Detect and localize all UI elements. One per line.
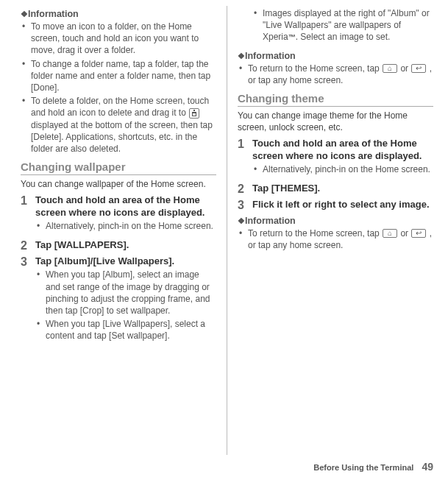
back-icon: ↩: [411, 229, 426, 238]
info-item-text: To return to the Home screen, tap: [248, 63, 382, 74]
trash-icon: [189, 108, 199, 119]
info-item-text: or: [398, 63, 410, 74]
step-number: 2: [238, 183, 252, 196]
divider-line: [21, 174, 216, 175]
continued-step: Images displayed at the right of "Album"…: [238, 6, 433, 48]
info-list: To return to the Home screen, tap ⌂ or ↩…: [238, 63, 433, 86]
info-list: To return to the Home screen, tap ⌂ or ↩…: [238, 227, 433, 251]
footer-page-number: 49: [422, 461, 433, 473]
step-bullet-text: When you tap [Live Wallpapers], select a…: [46, 319, 205, 341]
info-heading: ❖Information: [238, 216, 433, 226]
step-title: Flick it left or right to select any ima…: [252, 199, 433, 211]
right-column: Images displayed at the right of "Album"…: [229, 6, 433, 455]
step-title: Tap [Album]/[Live Wallpapers].: [35, 255, 216, 267]
step-number-spacer: [238, 6, 252, 48]
step-bullet: Alternatively, pinch-in on the Home scre…: [263, 163, 433, 175]
step-number: 1: [238, 138, 252, 180]
step-bullet-text: Alternatively, pinch-in on the Home scre…: [263, 164, 430, 174]
step-bullet-text: When you tap [Album], select an image an…: [46, 269, 210, 316]
step-bullet: When you tap [Album], select an image an…: [46, 269, 216, 317]
step-number: 1: [21, 194, 35, 236]
step: 2 Tap [WALLPAPERS].: [21, 239, 216, 252]
step-bullets: When you tap [Album], select an image an…: [35, 269, 216, 342]
left-column: ❖Information To move an icon to a folder…: [21, 6, 225, 455]
step-bullet: Alternatively, pinch-in on the Home scre…: [46, 220, 216, 232]
step-body: Tap [Album]/[Live Wallpapers]. When you …: [35, 255, 216, 346]
info-item: To move an icon to a folder, on the Home…: [31, 21, 216, 57]
step-bullets: Alternatively, pinch-in on the Home scre…: [35, 220, 216, 232]
info-item-text: To delete a folder, on the Home screen, …: [31, 96, 209, 118]
info-item: To return to the Home screen, tap ⌂ or ↩…: [248, 63, 433, 86]
info-item-text: To change a folder name, tap a folder, t…: [31, 59, 210, 93]
page-footer: Before Using the Terminal 49: [313, 461, 433, 473]
info-item-text: displayed at the bottom of the screen, t…: [31, 120, 213, 154]
info-heading-text: Information: [245, 216, 296, 226]
info-heading-text: Information: [28, 9, 79, 19]
step-bullet: Images displayed at the right of "Album"…: [263, 7, 433, 43]
footer-section-label: Before Using the Terminal: [313, 463, 413, 472]
section-heading: Changing wallpaper: [21, 160, 216, 173]
step-number: 3: [21, 255, 35, 346]
info-heading-text: Information: [245, 51, 296, 61]
step-body: Touch and hold an area of the Home scree…: [35, 194, 216, 236]
diamond-icon: ❖: [238, 52, 243, 60]
step-bullet-text: Alternatively, pinch-in on the Home scre…: [46, 221, 213, 231]
diamond-icon: ❖: [238, 216, 243, 225]
step-number: 3: [238, 199, 252, 212]
info-item-text: To return to the Home screen, tap: [248, 228, 382, 239]
step: 1 Touch and hold an area of the Home scr…: [21, 194, 216, 236]
diamond-icon: ❖: [21, 10, 26, 18]
step-title: Touch and hold an area of the Home scree…: [252, 138, 433, 162]
section-intro: You can change image theme for the Home …: [238, 110, 433, 133]
step-title: Tap [THEMES].: [252, 183, 433, 194]
step: 1 Touch and hold an area of the Home scr…: [238, 138, 433, 180]
section-heading: Changing theme: [238, 92, 433, 105]
info-item: To delete a folder, on the Home screen, …: [31, 95, 216, 155]
step-body: Images displayed at the right of "Album"…: [252, 6, 433, 48]
step-number: 2: [21, 239, 35, 252]
step-title: Touch and hold an area of the Home scree…: [35, 194, 216, 219]
info-list: To move an icon to a folder, on the Home…: [21, 21, 216, 155]
step-body: Flick it left or right to select any ima…: [252, 199, 433, 212]
step: 2 Tap [THEMES].: [238, 183, 433, 196]
back-icon: ↩: [411, 64, 426, 73]
trademark-symbol: ™: [288, 33, 296, 41]
info-item-text: To move an icon to a folder, on the Home…: [31, 21, 199, 55]
step: 3 Tap [Album]/[Live Wallpapers]. When yo…: [21, 255, 216, 346]
step-bullets: Alternatively, pinch-in on the Home scre…: [252, 163, 433, 175]
section-intro: You can change wallpaper of the Home scr…: [21, 178, 216, 190]
info-item-text: or: [398, 228, 410, 239]
info-heading: ❖Information: [238, 51, 433, 61]
column-divider: [227, 6, 227, 455]
home-icon: ⌂: [383, 64, 397, 73]
step: 3 Flick it left or right to select any i…: [238, 199, 433, 212]
step-body: Tap [THEMES].: [252, 183, 433, 196]
home-icon: ⌂: [383, 229, 397, 238]
info-heading: ❖Information: [21, 9, 216, 19]
step-body: Touch and hold an area of the Home scree…: [252, 138, 433, 180]
step-bullet-text: . Select an image to set.: [296, 32, 391, 42]
step-bullet: When you tap [Live Wallpapers], select a…: [46, 318, 216, 342]
info-item: To change a folder name, tap a folder, t…: [31, 58, 216, 94]
step-bullets: Images displayed at the right of "Album"…: [252, 7, 433, 43]
divider-line: [238, 106, 433, 107]
step-body: Tap [WALLPAPERS].: [35, 239, 216, 252]
info-item: To return to the Home screen, tap ⌂ or ↩…: [248, 227, 433, 251]
step-title: Tap [WALLPAPERS].: [35, 239, 216, 251]
